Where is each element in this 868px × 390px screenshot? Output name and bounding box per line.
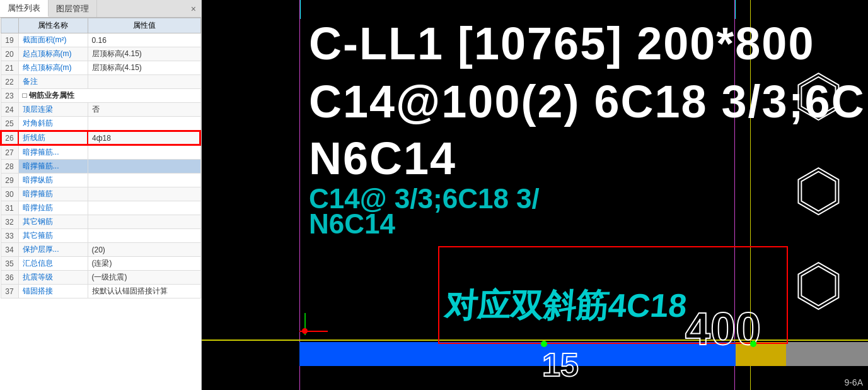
tab-layer-manage[interactable]: 图层管理 <box>49 0 97 17</box>
prop-name: 折线筋 <box>18 131 88 145</box>
prop-name: 暗撑箍筋 <box>18 187 88 201</box>
main-label-2: C14@100(2) 6C18 3/3;6C <box>309 76 865 127</box>
table-row[interactable]: 35汇总信息(连梁) <box>1 257 200 271</box>
prop-value[interactable]: (一级抗震) <box>88 271 200 285</box>
table-row[interactable]: 37锚固搭接按默认认锚固搭接计算 <box>1 285 200 298</box>
prop-name: 暗撑箍筋... <box>18 160 88 174</box>
row-number: 35 <box>1 257 18 271</box>
prop-value[interactable] <box>88 201 200 215</box>
row-number: 31 <box>1 201 18 215</box>
prop-value[interactable] <box>88 187 200 201</box>
table-row[interactable]: 25对角斜筋 <box>1 117 200 131</box>
table-row[interactable]: 22备注 <box>1 75 200 89</box>
prop-value[interactable]: 4ф18 <box>88 131 200 145</box>
prop-name: 抗震等级 <box>18 271 88 285</box>
row-number: 20 <box>1 47 18 61</box>
main-label-1: C-LL1 [10765] 200*800 <box>309 18 814 69</box>
prop-value[interactable] <box>88 174 200 187</box>
prop-value[interactable]: 否 <box>88 103 200 117</box>
row-number: 32 <box>1 215 18 229</box>
table-row[interactable]: 30暗撑箍筋 <box>1 187 200 201</box>
sub-label-2: N6C14 <box>309 208 395 240</box>
prop-name: 保护层厚... <box>18 243 88 257</box>
prop-value[interactable]: 按默认认锚固搭接计算 <box>88 285 200 298</box>
prop-value[interactable]: (20) <box>88 243 200 257</box>
row-number: 34 <box>1 243 18 257</box>
table-row[interactable]: 21终点顶标高(m)层顶标高(4.15) <box>1 61 200 75</box>
table-row[interactable]: 29暗撑纵筋 <box>1 174 200 187</box>
prop-name: 暗撑纵筋 <box>18 174 88 187</box>
section-tick-left <box>300 0 301 19</box>
left-panel: 属性列表 图层管理 × 属性名称 属性值 19截面面积(m²)0.1620起点顶… <box>0 0 202 390</box>
bottom-label: 9-6A <box>844 377 863 387</box>
row-number: 25 <box>1 117 18 131</box>
row-number: 19 <box>1 33 18 47</box>
tab-bar: 属性列表 图层管理 × <box>0 0 201 18</box>
table-row[interactable]: 32其它钢筋 <box>1 215 200 229</box>
row-number: 36 <box>1 271 18 285</box>
table-row[interactable]: 19截面面积(m²)0.16 <box>1 33 200 47</box>
section-number: 400 <box>685 303 761 355</box>
row-number: 30 <box>1 187 18 201</box>
row-number: 26 <box>1 131 18 145</box>
row-number: 33 <box>1 229 18 243</box>
prop-value[interactable] <box>88 145 200 160</box>
row-number: 22 <box>1 75 18 89</box>
prop-value[interactable] <box>88 75 200 89</box>
prop-name: 起点顶标高(m) <box>18 47 88 61</box>
property-table: 属性名称 属性值 19截面面积(m²)0.1620起点顶标高(m)层顶标高(4.… <box>0 18 201 390</box>
close-button[interactable]: × <box>186 4 201 14</box>
table-row[interactable]: 27暗撑箍筋... <box>1 145 200 160</box>
col-num-header <box>1 18 18 33</box>
prop-name: 其它钢筋 <box>18 215 88 229</box>
section-tick-right <box>735 0 736 19</box>
blue-beam <box>299 342 736 366</box>
prop-name: 汇总信息 <box>18 257 88 271</box>
table-row[interactable]: 28暗撑箍筋... <box>1 160 200 174</box>
prop-name: 备注 <box>18 75 88 89</box>
col-name-header: 属性名称 <box>18 18 88 33</box>
right-shape-1: ⬡ <box>794 63 843 128</box>
green-dot-2 <box>750 341 756 347</box>
row-number: 29 <box>1 174 18 187</box>
prop-value[interactable]: 层顶标高(4.15) <box>88 61 200 75</box>
table-row[interactable]: 23□ 钢筋业务属性 <box>1 89 200 103</box>
diagonal-label: 对应双斜筋4C18 <box>443 284 688 328</box>
row-number: 37 <box>1 285 18 298</box>
prop-value[interactable] <box>88 117 200 131</box>
prop-name: 截面面积(m²) <box>18 33 88 47</box>
prop-name: 暗撑箍筋... <box>18 145 88 160</box>
row-number: 24 <box>1 103 18 117</box>
properties-table: 属性名称 属性值 19截面面积(m²)0.1620起点顶标高(m)层顶标高(4.… <box>0 18 201 298</box>
col-value-header: 属性值 <box>88 18 200 33</box>
table-row[interactable]: 24顶层连梁否 <box>1 103 200 117</box>
main-canvas: C-LL1 [10765] 200*800 C14@100(2) 6C18 3/… <box>202 0 868 390</box>
table-row[interactable]: 36抗震等级(一级抗震) <box>1 271 200 285</box>
gray-beam <box>786 342 868 366</box>
prop-name: □ 钢筋业务属性 <box>18 89 200 103</box>
prop-value[interactable]: (连梁) <box>88 257 200 271</box>
table-row[interactable]: 34保护层厚...(20) <box>1 243 200 257</box>
prop-name: 其它箍筋 <box>18 229 88 243</box>
prop-value[interactable] <box>88 160 200 174</box>
table-row[interactable]: 26折线筋4ф18 <box>1 131 200 145</box>
prop-name: 终点顶标高(m) <box>18 61 88 75</box>
prop-value[interactable]: 0.16 <box>88 33 200 47</box>
main-label-3: N6C14 <box>309 133 456 184</box>
tab-property-list[interactable]: 属性列表 <box>0 0 49 17</box>
row-number: 21 <box>1 61 18 75</box>
right-shape-2: ⬡ <box>794 158 843 223</box>
table-row[interactable]: 31暗撑拉筋 <box>1 201 200 215</box>
row-number: 28 <box>1 160 18 174</box>
prop-name: 顶层连梁 <box>18 103 88 117</box>
table-row[interactable]: 20起点顶标高(m)层顶标高(4.15) <box>1 47 200 61</box>
prop-name: 暗撑拉筋 <box>18 201 88 215</box>
right-shape-3: ⬡ <box>794 252 843 317</box>
bottom-number: 15 <box>542 346 579 384</box>
origin-dot <box>302 328 308 334</box>
prop-value[interactable] <box>88 215 200 229</box>
table-row[interactable]: 33其它箍筋 <box>1 229 200 243</box>
prop-value[interactable]: 层顶标高(4.15) <box>88 47 200 61</box>
prop-name: 对角斜筋 <box>18 117 88 131</box>
prop-value[interactable] <box>88 229 200 243</box>
